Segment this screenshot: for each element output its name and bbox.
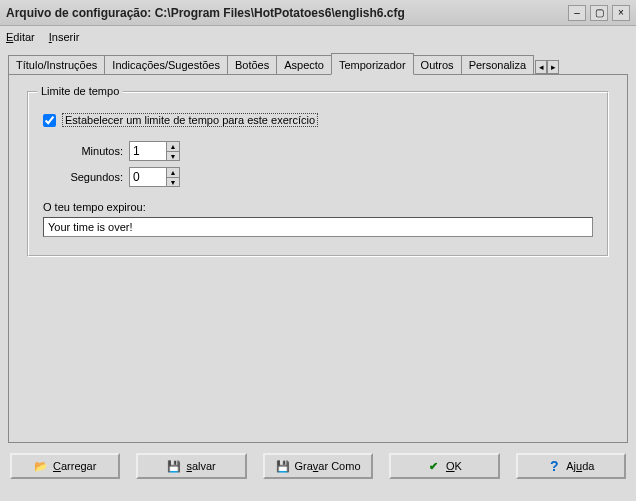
- set-limit-label[interactable]: Estabelecer um limite de tempo para este…: [62, 113, 318, 127]
- set-limit-checkbox[interactable]: [43, 114, 56, 127]
- ok-button[interactable]: ✔ OK: [389, 453, 499, 479]
- tab-timer[interactable]: Temporizador: [331, 53, 414, 75]
- tab-panel-timer: Limite de tempo Estabelecer um limite de…: [8, 75, 628, 443]
- floppy-disk-icon: 💾: [276, 459, 290, 473]
- menu-edit[interactable]: Editar: [6, 31, 35, 43]
- minutes-input[interactable]: [129, 141, 167, 161]
- load-button[interactable]: 📂 Carregar: [10, 453, 120, 479]
- seconds-row: Segundos: ▲ ▼: [43, 167, 593, 187]
- load-label: arregar: [61, 460, 96, 472]
- menu-bar: Editar Inserir: [0, 26, 636, 48]
- title-bar: Arquivo de configuração: C:\Program File…: [0, 0, 636, 26]
- save-as-button[interactable]: 💾 Gravar Como: [263, 453, 373, 479]
- button-bar: 📂 Carregar 💾 salvar 💾 Gravar Como ✔ OK ?…: [8, 453, 628, 479]
- tab-scroll-right[interactable]: ▸: [547, 60, 559, 74]
- content-area: Título/Instruções Indicações/Sugestões B…: [0, 48, 636, 487]
- window-buttons: – ▢ ×: [568, 5, 630, 21]
- tab-hints[interactable]: Indicações/Sugestões: [104, 55, 228, 74]
- close-button[interactable]: ×: [612, 5, 630, 21]
- save-button[interactable]: 💾 salvar: [136, 453, 246, 479]
- tab-appearance[interactable]: Aspecto: [276, 55, 332, 74]
- set-limit-row: Estabelecer um limite de tempo para este…: [43, 113, 593, 127]
- seconds-spinner: ▲ ▼: [129, 167, 180, 187]
- tab-scroll-left[interactable]: ◂: [535, 60, 547, 74]
- tab-title-instructions[interactable]: Título/Instruções: [8, 55, 105, 74]
- save-label: alvar: [192, 460, 216, 472]
- minutes-down[interactable]: ▼: [166, 151, 180, 161]
- seconds-up[interactable]: ▲: [166, 167, 180, 177]
- menu-insert[interactable]: Inserir: [49, 31, 80, 43]
- tab-others[interactable]: Outros: [413, 55, 462, 74]
- minutes-row: Minutos: ▲ ▼: [43, 141, 593, 161]
- tab-buttons[interactable]: Botões: [227, 55, 277, 74]
- folder-open-icon: 📂: [34, 459, 48, 473]
- maximize-button[interactable]: ▢: [590, 5, 608, 21]
- time-limit-legend: Limite de tempo: [37, 85, 123, 97]
- seconds-input[interactable]: [129, 167, 167, 187]
- minutes-label: Minutos:: [43, 145, 129, 157]
- minutes-up[interactable]: ▲: [166, 141, 180, 151]
- minimize-button[interactable]: –: [568, 5, 586, 21]
- window-title: Arquivo de configuração: C:\Program File…: [6, 6, 568, 20]
- expired-label: O teu tempo expirou:: [43, 201, 593, 213]
- check-icon: ✔: [427, 459, 441, 473]
- seconds-down[interactable]: ▼: [166, 177, 180, 187]
- floppy-disk-icon: 💾: [167, 459, 181, 473]
- help-label: Ajuda: [566, 460, 594, 472]
- tab-strip: Título/Instruções Indicações/Sugestões B…: [8, 52, 628, 75]
- tab-customize[interactable]: Personaliza: [461, 55, 534, 74]
- help-button[interactable]: ? Ajuda: [516, 453, 626, 479]
- seconds-label: Segundos:: [43, 171, 129, 183]
- tab-scroll: ◂ ▸: [535, 60, 559, 74]
- time-limit-group: Limite de tempo Estabelecer um limite de…: [27, 91, 609, 257]
- expired-input[interactable]: [43, 217, 593, 237]
- minutes-spinner: ▲ ▼: [129, 141, 180, 161]
- question-icon: ?: [547, 459, 561, 473]
